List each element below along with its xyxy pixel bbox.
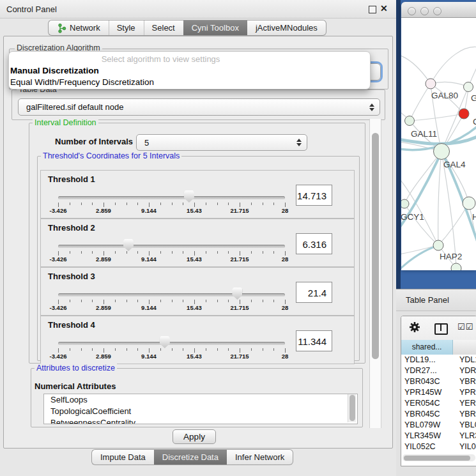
threshold-value-field[interactable]: 21.4 <box>296 282 332 303</box>
network-window-titlebar <box>401 2 476 18</box>
threshold-label: Threshold 4 <box>48 320 95 330</box>
slider-tick-label: 28 <box>282 304 289 311</box>
cell-name[interactable]: YDR2 <box>453 365 476 376</box>
slider-track[interactable] <box>58 293 285 296</box>
network-edge[interactable] <box>431 82 468 87</box>
network-edge[interactable] <box>438 151 441 245</box>
cell-name[interactable]: YBL0 <box>453 420 476 431</box>
zoom-traffic-light-icon[interactable] <box>433 7 441 15</box>
tab-jactivemnodules[interactable]: jActiveMNodules <box>247 20 326 36</box>
cell-shared-name[interactable]: YDR27... <box>401 365 453 376</box>
slider-thumb-icon[interactable] <box>232 288 242 300</box>
slider-tick <box>285 300 286 304</box>
tab-network[interactable]: Network <box>48 20 109 36</box>
cell-name[interactable]: YIL0 <box>453 441 476 452</box>
table-horizontal-scrollbar[interactable] <box>403 454 475 461</box>
network-node[interactable] <box>464 82 473 92</box>
cell-name[interactable]: YER0 <box>453 398 476 409</box>
close-icon[interactable]: ✕ <box>380 3 388 13</box>
slider-track[interactable] <box>58 342 285 345</box>
column-header-shared-name[interactable]: shared... <box>401 340 453 355</box>
table-row[interactable]: YLR345WYLR3 <box>401 431 476 441</box>
numerical-attributes-list[interactable]: SelfLoopsTopologicalCoefficientBetweenne… <box>43 394 358 424</box>
network-node[interactable] <box>463 197 475 210</box>
network-node[interactable] <box>451 263 461 270</box>
select-columns-checkboxes-icon[interactable]: ☑☑ <box>457 322 473 332</box>
network-edge[interactable] <box>431 47 476 84</box>
network-node[interactable] <box>426 79 436 89</box>
slider-thumb-icon[interactable] <box>123 239 134 251</box>
cell-shared-name[interactable]: YER054C <box>401 398 453 409</box>
column-header-name[interactable]: name <box>453 340 476 355</box>
close-traffic-light-icon[interactable] <box>408 7 416 15</box>
network-canvas[interactable]: GAL80GACGAL11GAL4GCY1HHAP2 <box>401 18 476 270</box>
scrollbar-thumb[interactable] <box>349 395 355 421</box>
threshold-value-field[interactable]: 14.713 <box>296 185 332 206</box>
tab-select[interactable]: Select <box>144 20 183 36</box>
number-of-intervals-combobox[interactable]: 5 <box>136 134 307 151</box>
slider-track[interactable] <box>58 245 285 248</box>
tab-impute-data[interactable]: Impute Data <box>91 449 154 465</box>
cell-name[interactable]: YPR1 <box>453 387 476 398</box>
table-row[interactable]: YER054CYER0 <box>401 398 476 409</box>
table-row[interactable]: YIL052CYIL0 <box>401 441 476 452</box>
network-edge[interactable] <box>404 151 441 204</box>
list-item[interactable]: BetweennessCentrality <box>44 417 357 424</box>
table-row[interactable]: YDR27...YDR2 <box>401 365 476 376</box>
scrollbar-thumb[interactable] <box>404 456 470 461</box>
attributes-list-scrollbar[interactable] <box>348 394 356 422</box>
slider-thumb-icon[interactable] <box>184 190 194 203</box>
cell-shared-name[interactable]: YBL079W <box>401 420 453 431</box>
network-edge[interactable] <box>404 204 438 245</box>
dropdown-item-manual-discretization[interactable]: Manual Discretization <box>9 65 370 77</box>
threshold-label: Threshold 3 <box>48 272 95 281</box>
cell-shared-name[interactable]: YPR145W <box>401 387 453 398</box>
slider-tick <box>160 300 161 302</box>
slider-track[interactable] <box>58 196 285 199</box>
cell-name[interactable]: YBR0 <box>453 409 476 420</box>
cell-shared-name[interactable]: YIL052C <box>401 441 453 452</box>
cell-shared-name[interactable]: YBR043C <box>401 376 453 387</box>
column-settings-icon[interactable] <box>434 323 448 335</box>
network-node[interactable] <box>401 199 409 208</box>
table-row[interactable]: YPR145WYPR1 <box>401 387 476 398</box>
cell-name[interactable]: YDL1 <box>453 355 476 365</box>
cell-name[interactable]: YBR0 <box>453 376 476 387</box>
apply-button[interactable]: Apply <box>173 429 216 444</box>
node-label: GAL80 <box>431 91 458 100</box>
table-row[interactable]: YDL19...YDL1 <box>401 355 476 365</box>
dropdown-placeholder-item[interactable]: Select algorithm to view settings <box>9 54 370 65</box>
network-node[interactable] <box>405 116 415 126</box>
cell-shared-name[interactable]: YDL19... <box>401 355 453 365</box>
list-item[interactable]: TopologicalCoefficient <box>44 406 357 417</box>
tab-discretize-data[interactable]: Discretize Data <box>154 449 227 465</box>
float-window-icon[interactable] <box>369 6 376 13</box>
scrollbar-thumb[interactable] <box>372 133 379 359</box>
tab-infer-network[interactable]: Infer Network <box>227 449 293 465</box>
slider-thumb-icon[interactable] <box>160 336 170 348</box>
slider-tick <box>137 203 138 205</box>
network-node[interactable] <box>459 109 469 119</box>
tab-style[interactable]: Style <box>109 20 144 36</box>
cell-name[interactable]: YLR3 <box>453 431 476 441</box>
list-item[interactable]: SelfLoops <box>44 394 357 406</box>
tab-cyni-toolbox[interactable]: Cyni Toolbox <box>183 20 247 36</box>
network-edge[interactable] <box>401 178 438 245</box>
cell-shared-name[interactable]: YLR345W <box>401 431 453 441</box>
table-row[interactable]: YBR045CYBR0 <box>401 409 476 420</box>
network-node[interactable] <box>433 240 443 250</box>
network-node[interactable] <box>434 144 450 160</box>
network-edge[interactable] <box>401 55 431 84</box>
table-row[interactable]: YBR043CYBR0 <box>401 376 476 387</box>
network-edge-thick[interactable] <box>401 245 438 270</box>
dropdown-item-equal-width[interactable]: Equal Width/Frequency Discretization <box>9 77 370 88</box>
gear-icon[interactable] <box>409 321 420 333</box>
table-data-combobox[interactable]: galFiltered.sif default node <box>18 98 380 116</box>
cell-shared-name[interactable]: YBR045C <box>401 409 453 420</box>
panel-vertical-scrollbar[interactable] <box>369 119 381 428</box>
threshold-value-field[interactable]: 11.344 <box>296 330 332 351</box>
table-row[interactable]: YBL079WYBL0 <box>401 420 476 431</box>
threshold-value-field[interactable]: 6.316 <box>296 233 332 254</box>
minimize-traffic-light-icon[interactable] <box>420 7 429 15</box>
network-edge[interactable] <box>410 84 431 121</box>
